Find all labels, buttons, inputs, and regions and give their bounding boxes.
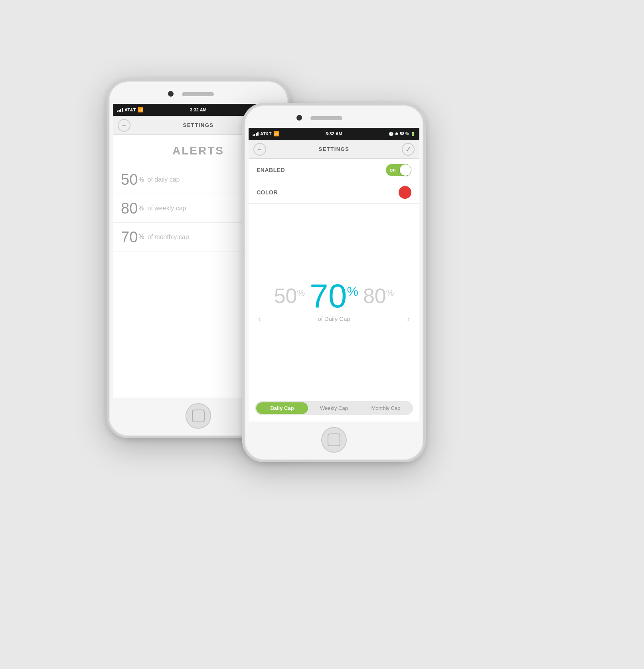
alert-pct-1: 50 (121, 172, 138, 187)
pct-right: 80% (363, 285, 394, 306)
percentage-picker: 50% 70% 80% ‹ of Daily Cap › (249, 204, 419, 396)
back-button-back[interactable]: ← (118, 119, 130, 132)
battery-icon-front: 🔋 (411, 132, 415, 136)
seg-daily[interactable]: Daily Cap (256, 402, 308, 414)
time-front: 3:32 AM (326, 131, 342, 136)
color-label: COLOR (257, 189, 399, 196)
wifi-icon-front: 📶 (273, 131, 279, 137)
alert-pct-3: 70 (121, 230, 138, 245)
battery-front: 58 % (400, 132, 409, 136)
check-button-front[interactable]: ✓ (402, 143, 415, 156)
back-icon-front: ← (257, 146, 263, 152)
camera-front (296, 115, 302, 121)
seg-monthly[interactable]: Monthly Cap (360, 402, 412, 414)
iphone-front: AT&T 📶 3:32 AM 🕐 ✱ 58 % 🔋 ← (242, 103, 426, 462)
screen-front: AT&T 📶 3:32 AM 🕐 ✱ 58 % 🔋 ← (249, 128, 419, 422)
signal-bars (117, 108, 123, 112)
segment-control: Daily Cap Weekly Cap Monthly Cap (255, 401, 413, 415)
home-button-front[interactable] (321, 427, 347, 453)
pct-caption: of Daily Cap (318, 315, 350, 322)
speaker-back (182, 92, 214, 96)
toggle-on-text: on (390, 167, 396, 173)
right-arrow[interactable]: › (407, 314, 410, 323)
color-row: COLOR (249, 181, 419, 204)
enabled-row: ENABLED on (249, 159, 419, 181)
alert-pct-2: 80 (121, 201, 138, 216)
nav-title-back: SETTINGS (183, 122, 213, 128)
carrier-back: AT&T (124, 107, 136, 112)
nav-title-front: SETTINGS (318, 146, 349, 152)
pct-arrows: ‹ of Daily Cap › (249, 314, 419, 323)
carrier-front: AT&T (260, 131, 272, 136)
check-icon-front: ✓ (405, 145, 411, 154)
home-button-back[interactable] (186, 403, 211, 429)
enabled-toggle[interactable]: on (386, 164, 411, 176)
clock-icon-front: 🕐 (389, 132, 393, 136)
back-button-front[interactable]: ← (253, 143, 266, 156)
speaker-front (310, 116, 342, 120)
signal-bars-front (253, 132, 259, 136)
camera-back (168, 91, 174, 97)
seg-weekly[interactable]: Weekly Cap (308, 402, 360, 414)
wifi-icon-back: 📶 (138, 107, 144, 113)
toggle-knob (400, 164, 411, 176)
bt-icon-front: ✱ (395, 132, 398, 136)
enabled-label: ENABLED (257, 167, 386, 173)
pct-center: 70% (310, 279, 358, 313)
nav-bar-front: ← SETTINGS ✓ (249, 140, 419, 159)
status-bar-front: AT&T 📶 3:32 AM 🕐 ✱ 58 % 🔋 (249, 128, 419, 140)
time-back: 3:32 AM (190, 107, 207, 112)
back-icon-back: ← (121, 122, 127, 129)
scene: AT&T 📶 3:32 AM 🕐 ✱ 58 % 🔋 ← (83, 55, 561, 614)
left-arrow[interactable]: ‹ (258, 314, 261, 323)
pct-row: 50% 70% 80% (249, 279, 419, 313)
pct-left: 50% (274, 285, 305, 306)
color-dot[interactable] (399, 186, 411, 199)
